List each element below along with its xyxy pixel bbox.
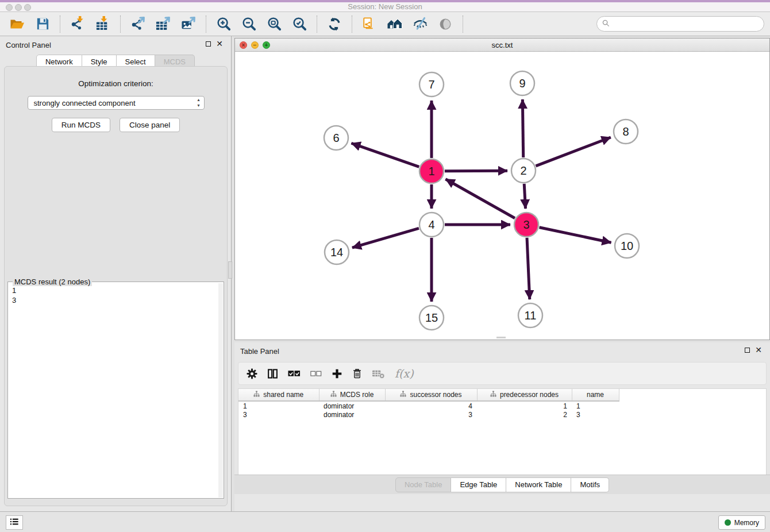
svg-text:6: 6: [333, 132, 339, 144]
result-scrollbar[interactable]: [218, 283, 223, 498]
graph-node-6[interactable]: 6: [324, 126, 348, 150]
table-panel-title: Table Panel: [240, 347, 279, 356]
graph-node-3[interactable]: 3: [514, 213, 538, 237]
table-cell[interactable]: 3: [572, 410, 619, 419]
close-panel-button[interactable]: Close panel: [120, 118, 180, 132]
float-table-panel-icon[interactable]: [745, 348, 750, 353]
table-cell[interactable]: 1: [238, 401, 319, 410]
panel-resize-grip[interactable]: [228, 261, 232, 279]
graph-node-4[interactable]: 4: [419, 213, 444, 237]
svg-text:11: 11: [525, 309, 537, 322]
network-view-window: × − + scc.txt 7968124314101511: [234, 38, 770, 340]
houses-icon[interactable]: [386, 16, 403, 33]
graph-node-1[interactable]: 1: [419, 159, 444, 183]
edge-3-11[interactable]: [527, 238, 530, 299]
checkboxes-unchecked-icon[interactable]: [310, 370, 322, 377]
folder-open-icon[interactable]: [9, 16, 26, 33]
graph-node-7[interactable]: 7: [419, 72, 444, 97]
network-window-titlebar[interactable]: × − + scc.txt: [235, 38, 769, 52]
table-up-arrow-icon[interactable]: [155, 16, 172, 33]
table-row[interactable]: 1dominator411: [238, 401, 619, 410]
graph-node-15[interactable]: 15: [419, 306, 444, 330]
share-up-arrow-icon[interactable]: [129, 16, 147, 33]
table-delete-icon[interactable]: [372, 368, 385, 379]
network-view-title: scc.txt: [235, 41, 769, 49]
table-cell[interactable]: 3: [385, 410, 477, 419]
edge-2-3[interactable]: [524, 184, 525, 209]
magnifier-minus-icon[interactable]: [240, 16, 257, 33]
floppy-disk-icon[interactable]: [34, 16, 51, 33]
graph-node-9[interactable]: 9: [510, 71, 534, 95]
memory-button[interactable]: Memory: [718, 515, 765, 530]
hierarchy-icon: [490, 391, 496, 399]
table-cell[interactable]: 1: [572, 401, 619, 410]
memory-label: Memory: [734, 519, 759, 527]
share-down-arrow-icon[interactable]: [69, 16, 86, 33]
dropdown-stepper-icon: ▴▾: [197, 97, 199, 109]
column-header-predecessor-nodes[interactable]: predecessor nodes: [477, 389, 572, 401]
svg-text:7: 7: [428, 78, 434, 91]
columns-icon[interactable]: [267, 368, 278, 379]
mcds-result-text[interactable]: 1 3: [9, 283, 218, 498]
column-header-name[interactable]: name: [572, 389, 619, 401]
gear-icon[interactable]: [247, 368, 257, 379]
magnifier-box-icon[interactable]: [265, 16, 283, 33]
tab-node-table[interactable]: Node Table: [395, 477, 452, 492]
table-cell[interactable]: dominator: [319, 410, 385, 419]
table-cell[interactable]: 3: [238, 410, 319, 419]
tab-motifs[interactable]: Motifs: [571, 477, 609, 492]
close-table-panel-icon[interactable]: ✕: [755, 347, 762, 353]
toolbar-group: [352, 16, 463, 33]
graph-node-14[interactable]: 14: [325, 240, 349, 264]
graph-node-11[interactable]: 11: [518, 303, 542, 327]
magnifier-plus-icon[interactable]: [215, 16, 232, 33]
column-header-shared-name[interactable]: shared name: [238, 389, 319, 401]
sphere-icon[interactable]: [437, 16, 454, 33]
edge-1-6[interactable]: [351, 143, 419, 167]
edge-3-10[interactable]: [540, 228, 611, 242]
tab-edge-table[interactable]: Edge Table: [451, 477, 506, 492]
table-cell[interactable]: 4: [385, 401, 477, 410]
graph-node-10[interactable]: 10: [615, 234, 639, 258]
optimization-select[interactable]: strongly connected component ▴▾: [28, 96, 205, 110]
toolbar-group: [206, 16, 317, 33]
network-canvas[interactable]: 7968124314101511: [235, 52, 769, 340]
tab-network-table[interactable]: Network Table: [506, 477, 571, 492]
checkboxes-checked-icon[interactable]: [288, 369, 301, 377]
image-up-arrow-icon[interactable]: [180, 16, 197, 33]
search-input[interactable]: [613, 18, 764, 30]
table-cell[interactable]: 2: [477, 410, 572, 419]
column-header-MCDS-role[interactable]: MCDS role: [319, 389, 385, 401]
graph-node-8[interactable]: 8: [614, 119, 638, 144]
function-builder-icon[interactable]: f(x): [395, 367, 414, 380]
table-down-arrow-icon[interactable]: [94, 16, 111, 33]
edge-3-1[interactable]: [445, 179, 515, 218]
hierarchy-icon: [253, 391, 260, 399]
view-resize-grip[interactable]: [496, 337, 506, 338]
edge-2-9[interactable]: [522, 99, 523, 157]
table-row[interactable]: 3dominator323: [238, 410, 619, 419]
svg-text:4: 4: [428, 218, 434, 231]
magnifier-check-icon[interactable]: [291, 16, 308, 33]
trash-icon[interactable]: [352, 368, 362, 379]
mcds-result-box: MCDS result (2 nodes) 1 3: [7, 282, 224, 499]
column-header-successor-nodes[interactable]: successor nodes: [385, 389, 477, 401]
eye-slash-icon[interactable]: [411, 16, 429, 33]
circular-arrows-icon[interactable]: [326, 16, 343, 33]
graph-node-2[interactable]: 2: [511, 159, 536, 183]
edge-1-2[interactable]: [445, 171, 507, 171]
svg-text:2: 2: [520, 164, 526, 177]
run-mcds-button[interactable]: Run MCDS: [52, 118, 110, 132]
task-list-button[interactable]: [6, 515, 23, 530]
edge-2-8[interactable]: [536, 137, 610, 166]
plus-icon[interactable]: [332, 368, 342, 379]
svg-text:15: 15: [425, 311, 438, 324]
svg-text:14: 14: [330, 246, 343, 259]
close-panel-icon[interactable]: ✕: [216, 41, 223, 47]
float-panel-icon[interactable]: [206, 41, 211, 47]
table-toolbar: f(x): [238, 362, 767, 385]
document-share-icon[interactable]: [361, 16, 378, 33]
table-cell[interactable]: dominator: [319, 401, 385, 410]
table-cell[interactable]: 1: [477, 401, 572, 410]
edge-4-14[interactable]: [352, 228, 419, 248]
